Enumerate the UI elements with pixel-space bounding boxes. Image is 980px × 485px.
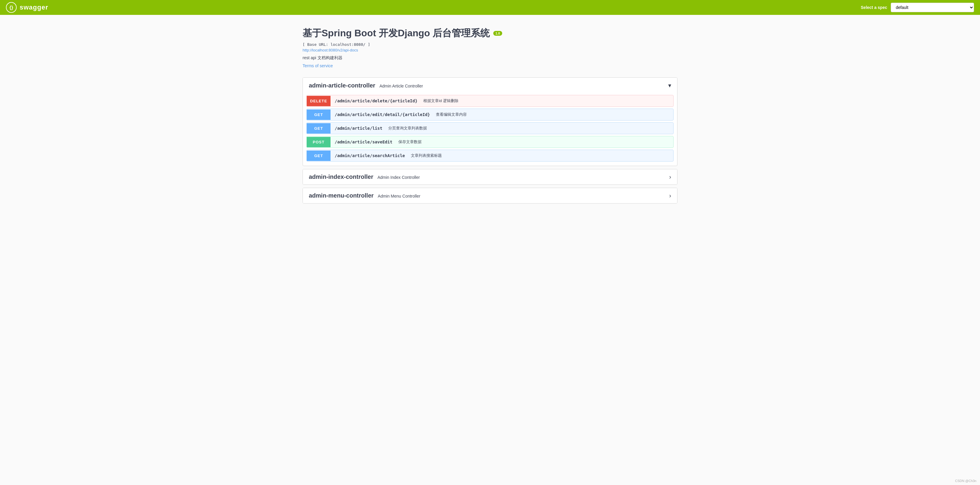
controller-chevron-icon: ▾ [668, 82, 671, 89]
controller-chevron-icon: › [669, 173, 671, 180]
method-badge-get: GET [307, 151, 331, 161]
controller-header-admin-index-controller[interactable]: admin-index-controller Admin Index Contr… [303, 169, 677, 184]
endpoint-summary: 分页查询文章列表数据 [387, 122, 673, 134]
endpoint-path: /admin/article/saveEdit [331, 137, 396, 147]
app-header: {} swagger Select a spec default [0, 0, 980, 15]
controller-description: Admin Index Controller [377, 175, 420, 180]
endpoint-row-1[interactable]: GET /admin/article/edit/detail/{articleI… [306, 109, 674, 121]
controller-section-admin-index-controller: admin-index-controller Admin Index Contr… [302, 169, 678, 185]
controller-section-admin-article-controller: admin-article-controller Admin Article C… [302, 77, 678, 166]
controller-name: admin-index-controller [309, 173, 373, 180]
endpoint-row-3[interactable]: POST /admin/article/saveEdit 保存文章数据 [306, 136, 674, 148]
controller-name: admin-menu-controller [309, 192, 374, 199]
controller-name: admin-article-controller [309, 82, 375, 89]
method-badge-delete: DELETE [307, 96, 331, 106]
endpoint-path: /admin/article/delete/{articleId} [331, 95, 422, 106]
method-badge-get: GET [307, 110, 331, 120]
version-badge: 1.0 [493, 31, 502, 36]
select-spec-label: Select a spec [861, 5, 887, 10]
base-url: [ Base URL: localhost:8080/ ] [302, 42, 678, 47]
api-info-section: 基于Spring Boot 开发Django 后台管理系统 1.0 [ Base… [302, 27, 678, 68]
api-title-row: 基于Spring Boot 开发Django 后台管理系统 1.0 [302, 27, 678, 40]
controller-header-admin-article-controller[interactable]: admin-article-controller Admin Article C… [303, 78, 677, 93]
controllers-list: admin-article-controller Admin Article C… [302, 77, 678, 204]
endpoint-row-4[interactable]: GET /admin/article/searchArticle 文章列表搜索标… [306, 149, 674, 162]
header-right: Select a spec default [861, 3, 974, 12]
swagger-logo-text: swagger [20, 3, 48, 11]
endpoint-row-0[interactable]: DELETE /admin/article/delete/{articleId}… [306, 95, 674, 107]
endpoint-row-2[interactable]: GET /admin/article/list 分页查询文章列表数据 [306, 122, 674, 134]
endpoint-summary: 文章列表搜索标题 [409, 150, 673, 161]
method-badge-post: POST [307, 137, 331, 147]
endpoint-summary: 查看编辑文章内容 [434, 109, 673, 120]
swagger-logo-icon: {} [6, 2, 17, 13]
controller-description: Admin Menu Controller [378, 194, 420, 199]
api-title: 基于Spring Boot 开发Django 后台管理系统 [302, 27, 490, 40]
svg-text:{}: {} [10, 5, 13, 10]
spec-select[interactable]: default [891, 3, 974, 12]
endpoint-path: /admin/article/list [331, 123, 387, 134]
controller-title-group: admin-menu-controller Admin Menu Control… [309, 192, 420, 199]
main-content: 基于Spring Boot 开发Django 后台管理系统 1.0 [ Base… [297, 15, 683, 218]
endpoints-list: DELETE /admin/article/delete/{articleId}… [303, 95, 677, 166]
endpoint-summary: 保存文章数据 [396, 136, 673, 148]
api-description: rest api 文档构建利器 [302, 55, 678, 61]
controller-description: Admin Article Controller [379, 84, 423, 88]
controller-section-admin-menu-controller: admin-menu-controller Admin Menu Control… [302, 188, 678, 204]
controller-chevron-icon: › [669, 192, 671, 199]
terms-of-service-link[interactable]: Terms of service [302, 64, 333, 68]
method-badge-get: GET [307, 123, 331, 134]
endpoint-path: /admin/article/searchArticle [331, 150, 409, 161]
controller-title-group: admin-index-controller Admin Index Contr… [309, 173, 420, 180]
api-docs-link[interactable]: http://localhost:8080/v2/api-docs [302, 48, 678, 52]
controller-title-group: admin-article-controller Admin Article C… [309, 82, 423, 89]
logo-group: {} swagger [6, 2, 48, 13]
endpoint-path: /admin/article/edit/detail/{articleId} [331, 109, 434, 120]
controller-header-admin-menu-controller[interactable]: admin-menu-controller Admin Menu Control… [303, 188, 677, 203]
endpoint-summary: 根据文章id 逻辑删除 [422, 95, 673, 107]
